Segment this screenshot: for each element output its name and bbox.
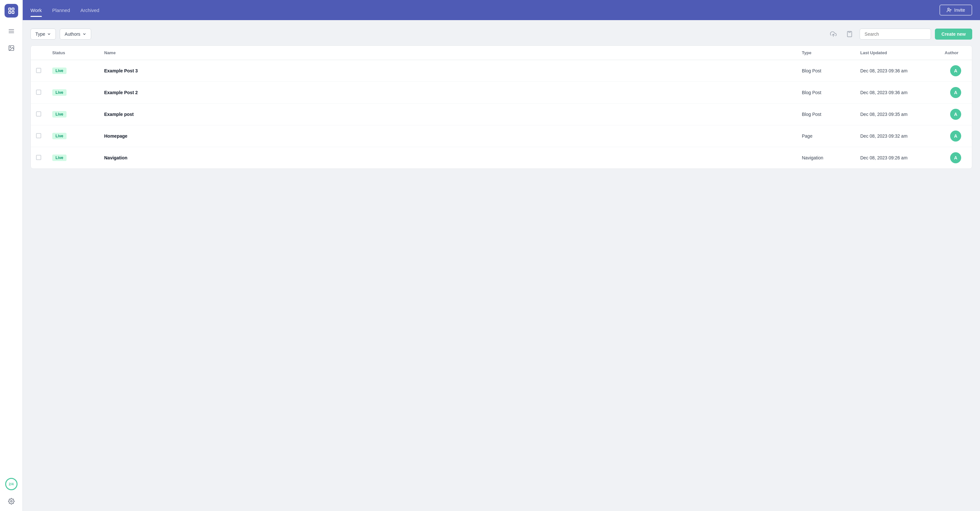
row-updated: Dec 08, 2023 09:36 am xyxy=(855,82,939,103)
list-icon[interactable] xyxy=(6,25,17,37)
row-status: Live xyxy=(47,147,99,169)
row-checkbox-cell xyxy=(31,82,47,103)
type-filter-button[interactable]: Type xyxy=(30,29,56,40)
authors-filter-button[interactable]: Authors xyxy=(60,29,91,40)
th-updated: Last Updated xyxy=(855,46,939,60)
table-header-row: Status Name Type Last Updated Author xyxy=(31,46,972,60)
row-author: A xyxy=(939,82,972,103)
row-name-cell[interactable]: Homepage xyxy=(99,125,797,147)
row-name: Example Post 2 xyxy=(104,90,138,95)
search-input[interactable] xyxy=(860,29,931,40)
row-checkbox-cell xyxy=(31,125,47,147)
row-name-cell[interactable]: Example post xyxy=(99,103,797,125)
th-name: Name xyxy=(99,46,797,60)
row-name-cell[interactable]: Navigation xyxy=(99,147,797,169)
svg-rect-3 xyxy=(12,11,14,13)
row-checkbox[interactable] xyxy=(36,68,41,73)
table-row: Live Example post Blog Post Dec 08, 2023… xyxy=(31,103,972,125)
svg-point-8 xyxy=(10,47,10,48)
settings-icon[interactable] xyxy=(6,495,17,507)
nav-work[interactable]: Work xyxy=(30,6,42,14)
row-checkbox-cell xyxy=(31,103,47,125)
upload-icon-button[interactable] xyxy=(827,28,840,40)
row-name: Example post xyxy=(104,112,134,117)
row-type: Navigation xyxy=(797,147,855,169)
row-author: A xyxy=(939,147,972,169)
row-name-cell[interactable]: Example Post 3 xyxy=(99,60,797,82)
status-badge: Live xyxy=(52,154,67,161)
main-content: Work Planned Archived Invite Type Author… xyxy=(23,0,980,511)
app-logo[interactable] xyxy=(5,4,18,18)
row-checkbox[interactable] xyxy=(36,89,41,95)
row-status: Live xyxy=(47,103,99,125)
table-row: Live Homepage Page Dec 08, 2023 09:32 am… xyxy=(31,125,972,147)
row-name: Navigation xyxy=(104,155,127,161)
row-checkbox-cell xyxy=(31,147,47,169)
row-updated: Dec 08, 2023 09:26 am xyxy=(855,147,939,169)
svg-point-9 xyxy=(10,501,12,502)
author-avatar: A xyxy=(950,87,961,98)
table-row: Live Example Post 2 Blog Post Dec 08, 20… xyxy=(31,82,972,103)
status-badge: Live xyxy=(52,111,67,118)
author-avatar: A xyxy=(950,65,961,76)
row-status: Live xyxy=(47,125,99,147)
status-badge: Live xyxy=(52,133,67,139)
row-type: Blog Post xyxy=(797,82,855,103)
row-updated: Dec 08, 2023 09:36 am xyxy=(855,60,939,82)
author-avatar: A xyxy=(950,109,961,120)
row-author: A xyxy=(939,103,972,125)
posts-table: Status Name Type Last Updated Author Liv… xyxy=(31,46,972,169)
sidebar: 2/4 xyxy=(0,0,23,511)
progress-indicator[interactable]: 2/4 xyxy=(5,478,18,490)
status-badge: Live xyxy=(52,89,67,96)
table-row: Live Example Post 3 Blog Post Dec 08, 20… xyxy=(31,60,972,82)
row-status: Live xyxy=(47,60,99,82)
create-new-button[interactable]: Create new xyxy=(935,29,972,40)
sidebar-bottom: 2/4 xyxy=(5,478,18,507)
author-avatar: A xyxy=(950,152,961,163)
row-checkbox[interactable] xyxy=(36,133,41,138)
row-updated: Dec 08, 2023 09:32 am xyxy=(855,125,939,147)
row-type: Page xyxy=(797,125,855,147)
row-updated: Dec 08, 2023 09:35 am xyxy=(855,103,939,125)
row-type: Blog Post xyxy=(797,103,855,125)
row-name: Example Post 3 xyxy=(104,68,138,73)
nav-archived[interactable]: Archived xyxy=(81,6,99,14)
toolbar: Type Authors C xyxy=(30,28,972,40)
th-author: Author xyxy=(939,46,972,60)
top-navigation: Work Planned Archived Invite xyxy=(23,0,980,20)
content-table: Status Name Type Last Updated Author Liv… xyxy=(30,45,972,169)
status-badge: Live xyxy=(52,67,67,74)
svg-rect-1 xyxy=(12,8,14,10)
row-author: A xyxy=(939,60,972,82)
row-checkbox-cell xyxy=(31,60,47,82)
row-author: A xyxy=(939,125,972,147)
nav-planned[interactable]: Planned xyxy=(52,6,70,14)
th-status: Status xyxy=(47,46,99,60)
row-checkbox[interactable] xyxy=(36,155,41,160)
row-checkbox[interactable] xyxy=(36,111,41,116)
clipboard-icon-button[interactable] xyxy=(843,28,856,40)
th-checkbox xyxy=(31,46,47,60)
svg-rect-0 xyxy=(8,8,10,10)
svg-rect-14 xyxy=(849,32,851,32)
svg-point-10 xyxy=(948,8,949,10)
row-status: Live xyxy=(47,82,99,103)
svg-rect-2 xyxy=(8,11,10,13)
page-content: Type Authors C xyxy=(23,20,980,511)
invite-button[interactable]: Invite xyxy=(939,5,972,16)
author-avatar: A xyxy=(950,131,961,142)
table-row: Live Navigation Navigation Dec 08, 2023 … xyxy=(31,147,972,169)
image-icon[interactable] xyxy=(6,42,17,54)
th-type: Type xyxy=(797,46,855,60)
row-name: Homepage xyxy=(104,134,127,138)
row-type: Blog Post xyxy=(797,60,855,82)
row-name-cell[interactable]: Example Post 2 xyxy=(99,82,797,103)
